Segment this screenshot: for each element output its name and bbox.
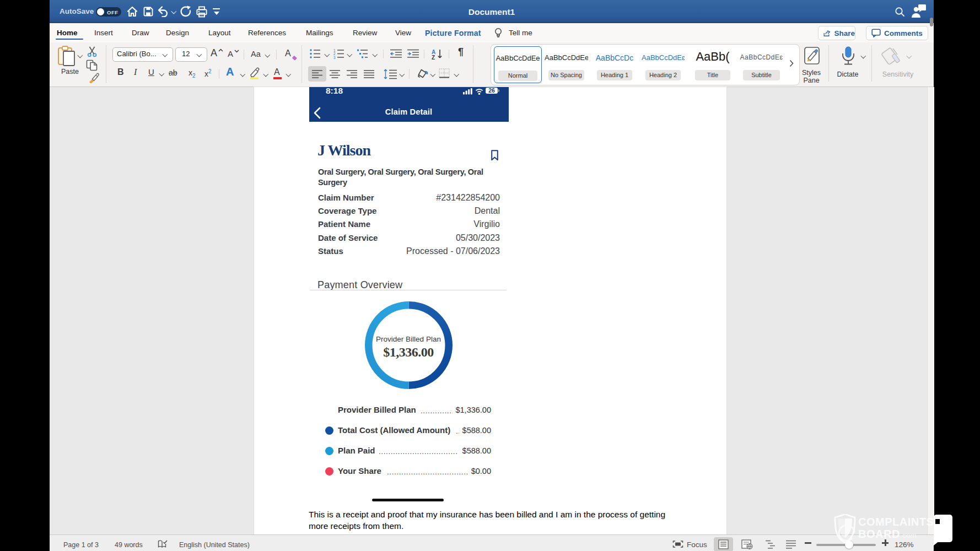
svg-text:3: 3 <box>333 56 336 60</box>
svg-text:A: A <box>432 49 435 55</box>
svg-text:Z: Z <box>432 55 435 60</box>
